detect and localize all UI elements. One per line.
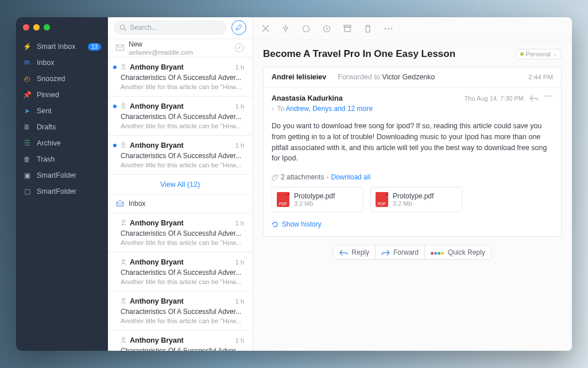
message-subject-preview: Characteristics Of A Successful Adver... <box>121 152 244 160</box>
sidebar-item-trash[interactable]: 🗑Trash <box>16 151 108 167</box>
group-title: New <box>129 40 193 48</box>
compose-button[interactable] <box>231 20 246 35</box>
more-icon[interactable] <box>384 28 393 30</box>
message-item[interactable]: Anthony Bryant1 hCharacteristics Of A Su… <box>108 213 252 252</box>
message-preview: Another title for this article can be "H… <box>121 83 244 90</box>
message-preview: Another title for this article can be "H… <box>121 122 244 129</box>
message-from: Anthony Bryant <box>130 219 184 227</box>
message-subject-preview: Characteristics Of A Successful Adver... <box>121 347 244 351</box>
reader-body: Become A Travel Pro In One Easy Lesson P… <box>253 40 572 270</box>
tag-dot-icon <box>520 52 524 56</box>
message-item[interactable]: Anthony Bryant1 hCharacteristics Of A Su… <box>108 331 252 351</box>
unread-dot-icon <box>113 66 117 69</box>
message-item[interactable]: Anthony Bryant1 hCharacteristics Of A Su… <box>108 292 252 331</box>
mark-all-read-button[interactable]: ✓ <box>235 43 244 52</box>
snoozed-icon: ◴ <box>23 75 31 83</box>
message-item[interactable]: Anthony Bryant1 hCharacteristics Of A Su… <box>108 252 252 292</box>
sidebar-item-pinned[interactable]: 📌Pinned <box>16 87 108 103</box>
sidebar: ⚡Smart Inbox13✉Inbox◴Snoozed📌Pinned➤Sent… <box>16 17 108 351</box>
reply-button[interactable]: Reply <box>333 245 376 260</box>
sidebar-item-smartfolder[interactable]: ▣SmartFolder <box>16 167 108 183</box>
svg-point-16 <box>391 28 393 29</box>
message-time: 1 h <box>235 64 244 71</box>
download-all-link[interactable]: Download all <box>331 173 370 181</box>
section-header-inbox[interactable]: Inbox <box>108 195 252 213</box>
person-icon <box>121 103 126 109</box>
message-item[interactable]: Anthony Bryant1 hCharacteristics Of A Su… <box>108 57 252 97</box>
svg-point-6 <box>122 220 125 223</box>
close-window-button[interactable] <box>23 24 29 30</box>
message-subject: Become A Travel Pro In One Easy Lesson <box>263 48 516 60</box>
pin-icon[interactable] <box>282 24 289 33</box>
smartfolder-icon: ▣ <box>23 171 31 179</box>
archive-icon: ☰ <box>23 139 31 147</box>
archive-icon[interactable] <box>343 25 351 32</box>
expand-chevron-icon[interactable]: › <box>272 105 274 113</box>
sidebar-item-label: SmartFolder <box>37 187 101 195</box>
unread-dot-icon <box>113 144 117 147</box>
pdf-file-icon: PDF <box>376 192 388 207</box>
attachment-item[interactable]: PDFPrototype.pdf3.2 Mb <box>370 187 462 212</box>
reply-label: Reply <box>351 248 369 256</box>
svg-line-1 <box>124 29 126 31</box>
message-time: 1 h <box>235 103 244 110</box>
svg-point-18 <box>548 95 550 97</box>
sidebar-item-archive[interactable]: ☰Archive <box>16 135 108 151</box>
message-time: 1 h <box>235 298 244 305</box>
to-prefix: To <box>277 105 285 113</box>
reply-icon[interactable] <box>529 95 539 102</box>
close-icon[interactable] <box>262 25 269 32</box>
message-from: Anthony Bryant <box>130 297 184 305</box>
search-input[interactable]: Search... <box>114 20 227 35</box>
trash-icon[interactable] <box>364 25 372 33</box>
person-icon <box>121 298 126 304</box>
sidebar-item-snoozed[interactable]: ◴Snoozed <box>16 71 108 87</box>
snooze-icon[interactable] <box>323 25 331 33</box>
mark-read-icon[interactable] <box>302 25 310 33</box>
show-history-button[interactable]: Show history <box>272 220 553 228</box>
sidebar-item-inbox[interactable]: ✉Inbox <box>16 55 108 71</box>
group-header-new[interactable]: New aeliseev@readdle.com ✓ <box>108 39 252 57</box>
trash-icon: 🗑 <box>23 155 31 163</box>
message-from: Anthony Bryant <box>130 258 184 266</box>
svg-point-8 <box>122 298 125 301</box>
search-placeholder: Search... <box>130 24 157 32</box>
section-label: Inbox <box>129 200 145 208</box>
message-from: Anthony Bryant <box>130 141 184 150</box>
sidebar-item-drafts[interactable]: 🗎Drafts <box>16 119 108 135</box>
sidebar-item-smartfolder[interactable]: ▢SmartFolder <box>16 183 108 200</box>
unread-dot-icon <box>113 105 117 108</box>
quick-reply-dots-icon <box>431 248 444 256</box>
sidebar-item-label: Inbox <box>37 59 101 67</box>
svg-point-15 <box>388 28 389 29</box>
zoom-window-button[interactable] <box>44 24 50 30</box>
message-subject-preview: Characteristics Of A Successful Adver... <box>121 269 244 277</box>
message-item[interactable]: Anthony Bryant1 hCharacteristics Of A Su… <box>108 97 252 136</box>
svg-point-0 <box>121 25 125 30</box>
sidebar-item-sent[interactable]: ➤Sent <box>16 103 108 119</box>
sidebar-item-label: Pinned <box>37 91 101 99</box>
thread-card: Andrei Ielisieiev Forwarded to Victor Ge… <box>263 67 562 237</box>
quick-reply-button[interactable]: Quick Reply <box>425 245 492 260</box>
view-all-button[interactable]: View All (12) <box>108 175 252 195</box>
person-icon <box>121 220 126 226</box>
nav-list: ⚡Smart Inbox13✉Inbox◴Snoozed📌Pinned➤Sent… <box>16 39 108 200</box>
attachment-item[interactable]: PDFPrototype.pdf3.2 Mb <box>272 187 363 212</box>
forward-button[interactable]: Forward <box>376 245 425 260</box>
chevron-down-icon: ⌄ <box>553 51 558 57</box>
pinned-icon: 📌 <box>23 91 31 99</box>
minimize-window-button[interactable] <box>33 24 40 30</box>
search-icon <box>119 24 126 31</box>
reader-toolbar <box>253 17 572 40</box>
sidebar-item-smart-inbox[interactable]: ⚡Smart Inbox13 <box>16 39 108 55</box>
thread-header[interactable]: Andrei Ielisieiev Forwarded to Victor Ge… <box>264 67 561 87</box>
to-recipients-link[interactable]: Andrew, Denys and 12 more <box>285 105 372 113</box>
message-more-icon[interactable] <box>544 95 553 97</box>
message-item[interactable]: Anthony Bryant1 hCharacteristics Of A Su… <box>108 136 252 175</box>
sent-icon: ➤ <box>23 107 31 115</box>
envelope-icon <box>116 44 124 51</box>
svg-point-17 <box>545 95 547 97</box>
message-time: 1 h <box>235 337 244 344</box>
svg-point-14 <box>385 28 386 29</box>
personal-tag[interactable]: Personal ⌄ <box>516 49 562 59</box>
